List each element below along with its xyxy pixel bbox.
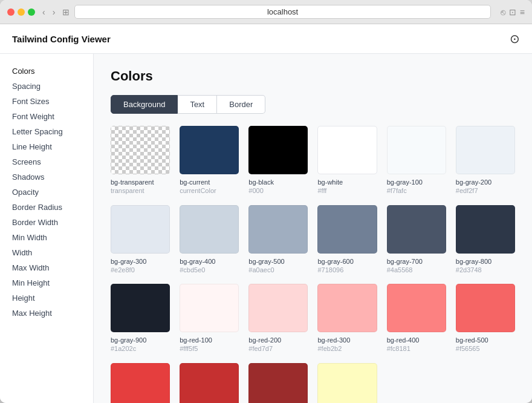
color-value-label: #e2e8f0	[111, 266, 170, 274]
color-value-label: #f56565	[456, 344, 515, 353]
sidebar-item-letter-spacing[interactable]: Letter Spacing	[0, 124, 93, 139]
sidebar-item-shadows[interactable]: Shadows	[0, 169, 93, 185]
color-swatch-bg-gray-700[interactable]	[387, 205, 446, 254]
color-swatch-bg-transparent[interactable]	[111, 126, 170, 174]
color-value-label: #feb2b2	[317, 344, 377, 353]
color-swatch-bg-current[interactable]	[180, 126, 239, 174]
color-swatch-bg-red-700[interactable]	[180, 363, 239, 403]
color-value-label: #1a202c	[111, 344, 170, 353]
color-card-bg-red-800: bg-red-800#9b2c2c	[248, 363, 308, 403]
back-button[interactable]: ‹	[40, 6, 48, 18]
color-swatch-bg-gray-300[interactable]	[111, 205, 170, 254]
color-swatch-bg-gray-400[interactable]	[180, 205, 239, 254]
browser-window: ‹ › ⊞ localhost ⎋ ⊡ ≡ Tailwind Config Vi…	[0, 0, 532, 403]
color-name-label: bg-red-500	[456, 336, 515, 344]
sidebar-item-border-width[interactable]: Border Width	[0, 215, 93, 230]
sidebar-item-line-height[interactable]: Line Height	[0, 139, 93, 154]
color-card-bg-red-900: bg-red-900#fefcbf	[317, 363, 377, 403]
color-card-bg-red-400: bg-red-400#fc8181	[387, 284, 446, 353]
color-swatch-bg-red-800[interactable]	[248, 363, 308, 403]
color-swatch-bg-red-600[interactable]	[111, 363, 170, 403]
minimize-button[interactable]	[18, 8, 25, 16]
address-bar[interactable]: localhost	[74, 5, 490, 19]
color-name-label: bg-red-200	[248, 336, 308, 344]
sidebar-item-colors[interactable]: Colors	[0, 64, 93, 79]
color-swatch-bg-red-100[interactable]	[180, 284, 239, 332]
color-swatch-bg-white[interactable]	[317, 126, 377, 174]
github-icon[interactable]: ⊙	[510, 31, 520, 46]
forward-button[interactable]: ›	[50, 6, 58, 18]
color-name-label: bg-gray-500	[248, 257, 308, 266]
color-value-label: #4a5568	[387, 266, 446, 274]
color-card-bg-transparent: bg-transparenttransparent	[111, 126, 170, 195]
color-card-bg-white: bg-white#fff	[317, 126, 377, 195]
sidebar-item-max-height[interactable]: Max Height	[0, 306, 93, 321]
color-swatch-bg-gray-800[interactable]	[456, 205, 515, 254]
color-name-label: bg-black	[248, 178, 308, 186]
color-card-bg-black: bg-black#000	[248, 126, 308, 195]
color-value-label: #718096	[317, 266, 377, 274]
color-swatch-bg-red-500[interactable]	[456, 284, 515, 332]
color-value-label: #000	[248, 186, 308, 195]
color-card-bg-red-200: bg-red-200#fed7d7	[248, 284, 308, 353]
color-swatch-bg-gray-100[interactable]	[387, 126, 446, 174]
sidebar-item-font-sizes[interactable]: Font Sizes	[0, 94, 93, 109]
color-name-label: bg-gray-900	[111, 336, 170, 344]
color-value-label: #fff5f5	[180, 344, 239, 353]
color-value-label: #cbd5e0	[180, 266, 239, 274]
color-value-label: transparent	[111, 186, 170, 195]
color-card-bg-gray-800: bg-gray-800#2d3748	[456, 205, 515, 275]
nav-buttons: ‹ ›	[40, 6, 57, 18]
color-value-label: currentColor	[180, 186, 239, 195]
color-swatch-bg-black[interactable]	[248, 126, 308, 174]
color-grid: bg-transparenttransparentbg-currentcurre…	[111, 126, 515, 403]
sidebar-toggle-button[interactable]: ⊞	[62, 7, 70, 17]
sidebar-item-width[interactable]: Width	[0, 245, 93, 260]
app-container: Tailwind Config Viewer ⊙ ColorsSpacingFo…	[0, 24, 532, 403]
sidebar: ColorsSpacingFont SizesFont WeightLetter…	[0, 54, 94, 403]
color-card-bg-gray-600: bg-gray-600#718096	[317, 205, 377, 275]
color-card-bg-gray-400: bg-gray-400#cbd5e0	[180, 205, 239, 275]
sidebar-item-screens[interactable]: Screens	[0, 154, 93, 169]
color-swatch-bg-red-300[interactable]	[317, 284, 377, 332]
color-card-bg-gray-700: bg-gray-700#4a5568	[387, 205, 446, 275]
sidebar-item-font-weight[interactable]: Font Weight	[0, 109, 93, 124]
color-card-bg-red-700: bg-red-700#c53030	[180, 363, 239, 403]
color-name-label: bg-transparent	[111, 178, 170, 186]
color-name-label: bg-gray-400	[180, 257, 239, 266]
color-card-bg-red-600: bg-red-600#e53e3e	[111, 363, 170, 403]
color-value-label: #a0aec0	[248, 266, 308, 274]
color-name-label: bg-gray-800	[456, 257, 515, 266]
color-swatch-bg-gray-500[interactable]	[248, 205, 308, 254]
sidebar-item-min-height[interactable]: Min Height	[0, 275, 93, 290]
close-button[interactable]	[7, 8, 15, 16]
more-button[interactable]: ≡	[520, 7, 525, 17]
color-swatch-bg-red-900[interactable]	[317, 363, 377, 403]
sidebar-item-max-width[interactable]: Max Width	[0, 260, 93, 275]
app-body: ColorsSpacingFont SizesFont WeightLetter…	[0, 54, 532, 403]
color-swatch-bg-gray-900[interactable]	[111, 284, 170, 332]
tab-border[interactable]: Border	[217, 95, 265, 114]
sidebar-item-spacing[interactable]: Spacing	[0, 79, 93, 94]
maximize-button[interactable]	[28, 8, 35, 16]
color-card-bg-red-500: bg-red-500#f56565	[456, 284, 515, 353]
color-swatch-bg-gray-600[interactable]	[317, 205, 377, 254]
tab-text[interactable]: Text	[178, 95, 217, 114]
sidebar-item-min-width[interactable]: Min Width	[0, 230, 93, 245]
color-swatch-bg-red-200[interactable]	[248, 284, 308, 332]
sidebar-item-height[interactable]: Height	[0, 290, 93, 306]
tab-background[interactable]: Background	[111, 95, 178, 114]
color-card-bg-gray-200: bg-gray-200#edf2f7	[456, 126, 515, 195]
main-content: Colors BackgroundTextBorder bg-transpare…	[94, 54, 532, 403]
color-value-label: #fed7d7	[248, 344, 308, 353]
color-swatch-bg-red-400[interactable]	[387, 284, 446, 332]
color-name-label: bg-gray-200	[456, 178, 515, 186]
color-name-label: bg-gray-300	[111, 257, 170, 266]
color-swatch-bg-gray-200[interactable]	[456, 126, 515, 174]
sidebar-item-opacity[interactable]: Opacity	[0, 185, 93, 200]
color-name-label: bg-red-100	[180, 336, 239, 344]
share-button[interactable]: ⎋	[501, 7, 505, 17]
sidebar-item-border-radius[interactable]: Border Radius	[0, 200, 93, 215]
color-card-bg-red-100: bg-red-100#fff5f5	[180, 284, 239, 353]
new-tab-button[interactable]: ⊡	[509, 7, 516, 17]
